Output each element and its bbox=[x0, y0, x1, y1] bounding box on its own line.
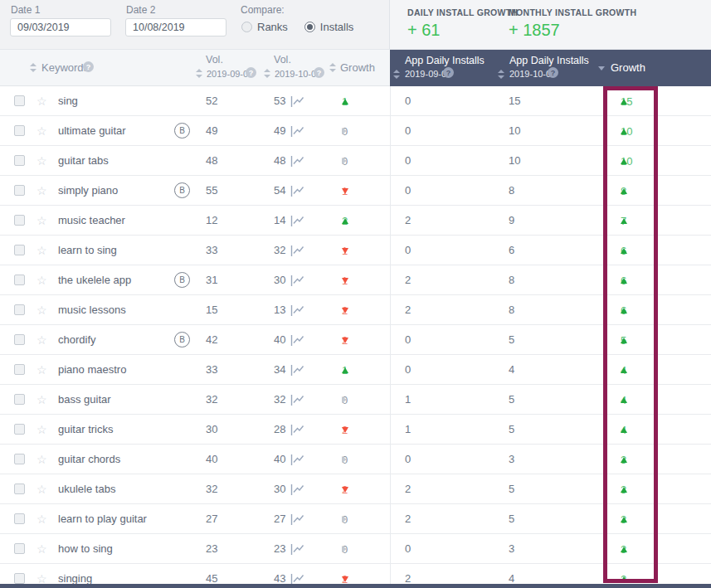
header-growth-right[interactable]: Growth bbox=[611, 61, 645, 74]
vol2-help-icon[interactable]: ? bbox=[314, 67, 324, 78]
favorite-star-icon[interactable]: ☆ bbox=[37, 86, 47, 116]
favorite-star-icon[interactable]: ☆ bbox=[37, 415, 47, 445]
installs1-help-icon[interactable]: ? bbox=[443, 67, 454, 78]
row-checkbox[interactable] bbox=[14, 334, 25, 345]
vol2-value: 30 bbox=[274, 474, 285, 504]
keyword-label[interactable]: guitar tabs bbox=[58, 146, 109, 176]
header-keywords[interactable]: Keywords bbox=[41, 61, 89, 74]
date2-input[interactable] bbox=[125, 18, 226, 36]
favorite-star-icon[interactable]: ☆ bbox=[37, 206, 47, 236]
trend-chart-icon[interactable] bbox=[290, 454, 304, 464]
row-checkbox[interactable] bbox=[14, 185, 25, 196]
ranks-radio[interactable] bbox=[241, 22, 252, 32]
trend-chart-icon[interactable] bbox=[290, 95, 304, 106]
trend-chart-icon[interactable] bbox=[290, 573, 304, 584]
row-checkbox[interactable] bbox=[14, 245, 25, 255]
keyword-label[interactable]: the ukelele app bbox=[58, 265, 131, 295]
sort-vol2-icon[interactable] bbox=[264, 69, 271, 78]
growth-flat-icon bbox=[342, 456, 347, 463]
keyword-label[interactable]: ultimate guitar bbox=[58, 116, 126, 146]
vol1-help-icon[interactable]: ? bbox=[246, 67, 256, 78]
row-checkbox[interactable] bbox=[14, 573, 25, 584]
favorite-star-icon[interactable]: ☆ bbox=[37, 176, 47, 206]
favorite-star-icon[interactable]: ☆ bbox=[37, 265, 47, 295]
trend-chart-icon[interactable] bbox=[290, 245, 304, 255]
favorite-star-icon[interactable]: ☆ bbox=[37, 146, 47, 176]
installs1-value: 0 bbox=[405, 236, 411, 265]
row-checkbox[interactable] bbox=[14, 155, 25, 166]
trend-chart-icon[interactable] bbox=[290, 334, 304, 345]
favorite-star-icon[interactable]: ☆ bbox=[37, 534, 47, 564]
growth-up-icon bbox=[621, 338, 627, 343]
growth-down-icon bbox=[342, 308, 348, 313]
row-checkbox[interactable] bbox=[14, 215, 25, 226]
keyword-label[interactable]: sing bbox=[58, 86, 78, 116]
keyword-label[interactable]: learn to sing bbox=[58, 236, 117, 265]
row-checkbox[interactable] bbox=[14, 125, 25, 136]
growth-up-icon bbox=[621, 218, 627, 224]
growth-up-icon bbox=[621, 547, 627, 552]
trend-chart-icon[interactable] bbox=[290, 484, 304, 494]
sort-growth-left-icon[interactable] bbox=[329, 63, 337, 72]
installs-radio[interactable] bbox=[304, 22, 315, 32]
row-checkbox[interactable] bbox=[14, 364, 25, 375]
sort-desc-growth-icon[interactable] bbox=[598, 66, 605, 70]
vol-growth-indicator: 0 bbox=[342, 504, 348, 534]
trend-chart-icon[interactable] bbox=[290, 543, 304, 554]
trend-chart-icon[interactable] bbox=[290, 304, 304, 315]
sort-keywords-icon[interactable] bbox=[30, 63, 37, 72]
row-checkbox[interactable] bbox=[14, 304, 25, 315]
growth-up-icon bbox=[621, 158, 627, 164]
keyword-label[interactable]: guitar tricks bbox=[58, 415, 113, 445]
vol2-value: 13 bbox=[274, 295, 285, 325]
sort-installs1-icon[interactable] bbox=[393, 70, 401, 79]
row-checkbox[interactable] bbox=[14, 394, 25, 405]
vol-growth-indicator: 0 bbox=[342, 385, 348, 415]
date1-input[interactable] bbox=[10, 18, 111, 36]
trend-chart-icon[interactable] bbox=[290, 394, 304, 405]
vol2-value: 27 bbox=[274, 504, 285, 534]
favorite-star-icon[interactable]: ☆ bbox=[37, 504, 47, 534]
trend-chart-icon[interactable] bbox=[290, 513, 304, 524]
row-checkbox[interactable] bbox=[14, 484, 25, 494]
favorite-star-icon[interactable]: ☆ bbox=[37, 116, 47, 146]
keyword-label[interactable]: simply piano bbox=[58, 176, 118, 206]
ranks-radio-label[interactable]: Ranks bbox=[257, 21, 288, 33]
trend-chart-icon[interactable] bbox=[290, 424, 304, 435]
row-checkbox[interactable] bbox=[14, 275, 25, 285]
trend-chart-icon[interactable] bbox=[290, 275, 304, 285]
sort-vol1-icon[interactable] bbox=[196, 69, 203, 78]
trend-chart-icon[interactable] bbox=[290, 155, 304, 166]
favorite-star-icon[interactable]: ☆ bbox=[37, 295, 47, 325]
trend-chart-icon[interactable] bbox=[290, 185, 304, 196]
keyword-label[interactable]: piano maestro bbox=[58, 355, 126, 385]
keyword-label[interactable]: ukulele tabs bbox=[58, 474, 115, 504]
keyword-label[interactable]: learn to play guitar bbox=[58, 504, 147, 534]
header-growth-left[interactable]: Growth bbox=[340, 61, 375, 74]
installs-radio-label[interactable]: Installs bbox=[320, 21, 353, 33]
keyword-label[interactable]: music teacher bbox=[58, 206, 125, 236]
trend-chart-icon[interactable] bbox=[290, 364, 304, 375]
favorite-star-icon[interactable]: ☆ bbox=[37, 236, 47, 265]
sort-installs2-icon[interactable] bbox=[498, 70, 505, 79]
keyword-label[interactable]: guitar chords bbox=[58, 445, 120, 474]
trend-chart-icon[interactable] bbox=[290, 125, 304, 136]
trend-chart-icon[interactable] bbox=[290, 215, 304, 226]
installs2-help-icon[interactable]: ? bbox=[548, 67, 558, 78]
row-checkbox[interactable] bbox=[14, 424, 25, 435]
keywords-help-icon[interactable]: ? bbox=[83, 61, 94, 72]
row-checkbox[interactable] bbox=[14, 454, 25, 464]
row-checkbox[interactable] bbox=[14, 513, 25, 524]
growth-up-icon bbox=[621, 278, 627, 284]
keyword-label[interactable]: bass guitar bbox=[58, 385, 111, 415]
row-checkbox[interactable] bbox=[14, 543, 25, 554]
favorite-star-icon[interactable]: ☆ bbox=[37, 385, 47, 415]
favorite-star-icon[interactable]: ☆ bbox=[37, 325, 47, 355]
keyword-label[interactable]: how to sing bbox=[58, 534, 113, 564]
favorite-star-icon[interactable]: ☆ bbox=[37, 355, 47, 385]
favorite-star-icon[interactable]: ☆ bbox=[37, 445, 47, 474]
keyword-label[interactable]: music lessons bbox=[58, 295, 126, 325]
row-checkbox[interactable] bbox=[14, 95, 25, 106]
favorite-star-icon[interactable]: ☆ bbox=[37, 474, 47, 504]
keyword-label[interactable]: chordify bbox=[58, 325, 96, 355]
